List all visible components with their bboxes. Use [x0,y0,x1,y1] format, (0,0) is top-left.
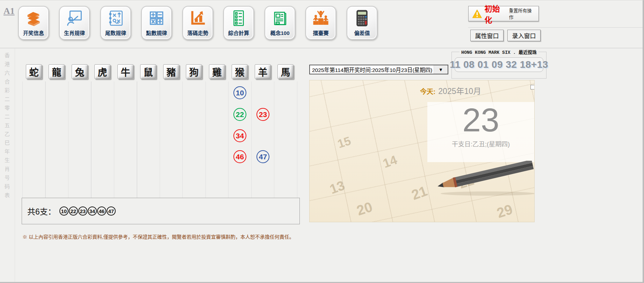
zodiac-key-rabbit[interactable]: 兔 [72,64,88,79]
toolbar-button-label: 綜合計算 [228,29,249,36]
summary-ball: 23 [78,206,87,216]
zodiac-key-pig[interactable]: 豬 [163,64,179,79]
toolbar-button-label: 概念100 [270,29,289,36]
recent-draw-numbers[interactable]: 11 08 01 09 32 18+13 [455,57,543,72]
summary-label: 共6支： [27,205,56,217]
tactics-icon [106,9,125,28]
toolbar-separator [0,48,644,49]
initialize-label: 初始化 [485,2,507,25]
toolbar-button-deviation[interactable]: 偏差值 [347,6,377,40]
summary-ball: 22 [69,206,78,216]
recent-draw-legend: HONG KONG MARK SIX . 最近搅珠 [460,49,538,55]
calendar-panel: 15 13 14 20 21 22 29 今天: 2025年10月 23 干支日… [309,80,535,222]
summary-ball: 34 [88,206,97,216]
calendar-checkbox[interactable] [530,85,535,89]
toolbar-button-label: 點數規律 [146,29,167,36]
toolbar-button-label: 生肖规律 [64,29,85,36]
app-window: A1 开奖信息 生肖规律 [0,0,644,283]
topright-divider [468,27,644,28]
zodiac-key-goat[interactable]: 羊 [255,64,271,79]
lottery-ball: 10 [233,86,246,99]
calendar-faint-number: 15 [336,134,353,151]
zodiac-key-rat[interactable]: 鼠 [140,64,156,79]
calendar-faint-number: 29 [495,201,514,221]
toolbar-button-tail-pattern[interactable]: 尾数规律 [100,6,131,40]
checklist-icon [229,9,248,28]
zodiac-key-snake[interactable]: 蛇 [26,64,42,79]
lottery-ball: 47 [256,150,269,163]
draw-period-select[interactable]: 2025年第114期开奖时间:2025年10月23日(星期四) ▼ [309,65,448,74]
recent-draw-groupbox: HONG KONG MARK SIX . 最近搅珠 11 08 01 09 32… [451,49,547,79]
reset-all-label: 重置所有操作 [509,7,535,20]
summary-ball: 10 [59,206,68,216]
toolbar-button-arena[interactable]: 擂臺賽 [305,6,336,40]
side-vertical-title: 香港六合彩二零二五乙巳年生肖号码表 [3,53,10,229]
toolbar-button-zodiac-pattern[interactable]: 生肖规律 [59,6,90,40]
zodiac-key-horse[interactable]: 馬 [277,64,294,79]
calculator-icon [353,9,371,28]
toolbar-button-draw-info[interactable]: 开奖信息 [18,6,49,40]
chevron-down-icon[interactable]: ▼ [434,65,448,74]
toolbar-button-concept-100[interactable]: 概念100 [265,6,295,40]
toolbar-button-label: 擂臺賽 [313,29,328,36]
toolbar-button-label: 尾数规律 [105,29,126,36]
math-icon [147,9,166,28]
calendar-faint-number: 20 [355,199,374,219]
trend-chart-icon [188,9,207,28]
calendar-day-card: 23 干支日:乙丑;(星期四) [427,102,534,162]
calendar-month-label: 2025年10月 [438,85,481,96]
zodiac-key-rooster[interactable]: 雞 [209,64,225,79]
entry-window-button[interactable]: 录入窗口 [507,30,541,41]
summary-box: 共6支： 10 22 23 34 46 47 [22,198,300,224]
summary-ball: 47 [107,206,116,216]
lottery-ball: 34 [233,129,246,142]
toolbar-button-label: 落碼走勢 [187,29,208,36]
disclaimer-text: ※ 以上內容引用香港正版六合彩資料,僅提供參考，不保證其正確性，閱覽者若用於投資… [22,233,294,240]
initialize-button[interactable]: 初始化 重置所有操作 [468,6,539,21]
warning-triangle-icon [472,9,482,19]
zodiac-key-dragon[interactable]: 龍 [49,64,65,79]
content-left-divider [15,49,15,283]
toolbar-button-label: 偏差值 [354,29,370,36]
calendar-header: 今天: 2025年10月 [420,85,481,96]
calendar-ganzhi-label: 干支日:乙丑;(星期四) [427,139,534,148]
lottery-ball: 46 [233,150,246,163]
zodiac-key-ox[interactable]: 牛 [117,64,133,79]
calendar-day-number: 23 [427,103,534,138]
pencil-icon [435,161,535,199]
page-label-a1: A1 [3,6,15,16]
newspaper-icon [270,9,289,28]
zodiac-key-dog[interactable]: 狗 [186,64,202,79]
calendar-today-label: 今天: [420,86,435,96]
calendar-faint-number: 14 [381,152,399,171]
lottery-ball: 23 [256,108,269,121]
draw-period-value: 2025年第114期开奖时间:2025年10月23日(星期四) [310,65,434,74]
summary-ball: 46 [97,206,106,216]
toolbar-button-trend[interactable]: 落碼走勢 [182,6,213,40]
toolbar-button-label: 开奖信息 [23,29,44,36]
podium-icon [311,9,330,28]
calendar-faint-number: 21 [410,183,429,203]
lottery-ball: 22 [233,108,246,121]
zodiac-key-tiger[interactable]: 虎 [94,64,110,79]
properties-window-button[interactable]: 属性窗口 [470,30,504,41]
calendar-faint-number: 13 [328,178,347,197]
toolbar-button-points-pattern[interactable]: 點數規律 [141,6,172,40]
zodiac-key-monkey[interactable]: 猴 [232,64,248,79]
books-icon [24,9,43,28]
toolbar-button-composite-calc[interactable]: 綜合計算 [223,6,254,40]
presenter-icon [65,9,84,28]
